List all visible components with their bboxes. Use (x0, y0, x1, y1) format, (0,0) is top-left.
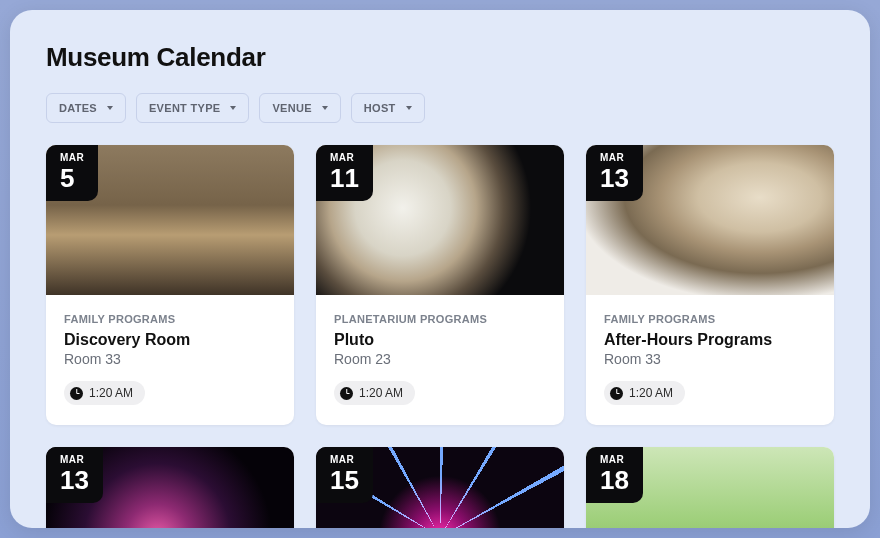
event-body: FAMILY PROGRAMS After-Hours Programs Roo… (586, 295, 834, 425)
date-day: 15 (330, 467, 359, 493)
date-badge: MAR 18 (586, 447, 643, 503)
event-body: PLANETARIUM PROGRAMS Pluto Room 23 1:20 … (316, 295, 564, 425)
filter-host[interactable]: HOST (351, 93, 425, 123)
date-month: MAR (330, 153, 359, 163)
clock-icon (340, 387, 353, 400)
date-day: 11 (330, 165, 359, 191)
event-image: MAR 11 (316, 145, 564, 295)
time-chip: 1:20 AM (64, 381, 145, 405)
caret-down-icon (406, 106, 412, 110)
event-card[interactable]: MAR 5 FAMILY PROGRAMS Discovery Room Roo… (46, 145, 294, 425)
filter-label: HOST (364, 102, 396, 114)
filter-venue[interactable]: VENUE (259, 93, 340, 123)
filter-label: EVENT TYPE (149, 102, 220, 114)
caret-down-icon (230, 106, 236, 110)
date-badge: MAR 13 (46, 447, 103, 503)
date-month: MAR (60, 455, 89, 465)
date-badge: MAR 15 (316, 447, 373, 503)
date-month: MAR (600, 455, 629, 465)
event-time: 1:20 AM (359, 386, 403, 400)
event-card[interactable]: MAR 13 FAMILY PROGRAMS After-Hours Progr… (586, 145, 834, 425)
event-title: After-Hours Programs (604, 331, 816, 349)
event-card[interactable]: MAR 15 (316, 447, 564, 528)
event-room: Room 33 (64, 351, 276, 367)
filter-dates[interactable]: DATES (46, 93, 126, 123)
filter-event-type[interactable]: EVENT TYPE (136, 93, 249, 123)
event-image: MAR 13 (46, 447, 294, 528)
event-room: Room 23 (334, 351, 546, 367)
time-chip: 1:20 AM (334, 381, 415, 405)
event-category: PLANETARIUM PROGRAMS (334, 313, 546, 325)
filter-label: VENUE (272, 102, 311, 114)
time-chip: 1:20 AM (604, 381, 685, 405)
date-day: 5 (60, 165, 84, 191)
caret-down-icon (322, 106, 328, 110)
event-category: FAMILY PROGRAMS (604, 313, 816, 325)
date-badge: MAR 13 (586, 145, 643, 201)
event-card[interactable]: MAR 11 PLANETARIUM PROGRAMS Pluto Room 2… (316, 145, 564, 425)
page-title: Museum Calendar (46, 42, 834, 73)
filter-bar: DATES EVENT TYPE VENUE HOST (46, 93, 834, 123)
event-grid: MAR 5 FAMILY PROGRAMS Discovery Room Roo… (46, 145, 834, 528)
event-room: Room 33 (604, 351, 816, 367)
event-image: MAR 15 (316, 447, 564, 528)
clock-icon (70, 387, 83, 400)
date-badge: MAR 5 (46, 145, 98, 201)
event-card[interactable]: MAR 13 (46, 447, 294, 528)
date-day: 18 (600, 467, 629, 493)
date-day: 13 (600, 165, 629, 191)
clock-icon (610, 387, 623, 400)
event-time: 1:20 AM (629, 386, 673, 400)
date-day: 13 (60, 467, 89, 493)
event-body: FAMILY PROGRAMS Discovery Room Room 33 1… (46, 295, 294, 425)
filter-label: DATES (59, 102, 97, 114)
event-title: Discovery Room (64, 331, 276, 349)
date-month: MAR (60, 153, 84, 163)
event-time: 1:20 AM (89, 386, 133, 400)
date-badge: MAR 11 (316, 145, 373, 201)
event-card[interactable]: MAR 18 (586, 447, 834, 528)
event-image: MAR 13 (586, 145, 834, 295)
event-image: MAR 18 (586, 447, 834, 528)
app-window: Museum Calendar DATES EVENT TYPE VENUE H… (10, 10, 870, 528)
date-month: MAR (600, 153, 629, 163)
event-image: MAR 5 (46, 145, 294, 295)
caret-down-icon (107, 106, 113, 110)
event-category: FAMILY PROGRAMS (64, 313, 276, 325)
event-title: Pluto (334, 331, 546, 349)
date-month: MAR (330, 455, 359, 465)
